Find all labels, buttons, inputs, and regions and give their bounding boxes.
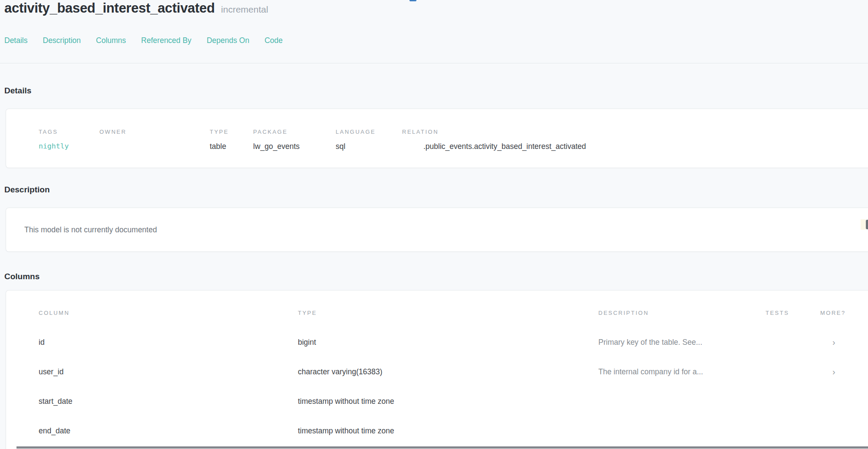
field-owner-label: OWNER	[99, 129, 210, 135]
cell-column-type: bigint	[298, 338, 598, 347]
header-more: MORE?	[820, 310, 868, 316]
horizontal-scrollbar[interactable]	[17, 446, 868, 449]
tab-referenced-by[interactable]: Referenced By	[141, 36, 191, 45]
page-title: activity_based_interest_activated increm…	[4, 0, 268, 16]
cell-column-name: start_date	[39, 397, 298, 406]
field-type-value: table	[210, 142, 253, 151]
tab-details[interactable]: Details	[4, 36, 28, 45]
chevron-right-icon[interactable]: ›	[820, 367, 868, 377]
description-text: This model is not currently documented	[6, 208, 868, 251]
field-language-value: sql	[336, 142, 402, 151]
cell-column-description: Primary key of the table. See...	[598, 338, 766, 347]
field-language-label: LANGUAGE	[336, 129, 402, 135]
field-package: PACKAGE lw_go_events	[253, 129, 336, 151]
field-package-label: PACKAGE	[253, 129, 336, 135]
chevron-right-icon[interactable]: ›	[820, 337, 868, 347]
cell-column-name: end_date	[39, 426, 298, 436]
table-row-end-date[interactable]: end_date timestamp without time zone	[39, 416, 868, 446]
header-divider	[0, 63, 868, 63]
description-card: This model is not currently documented	[6, 208, 868, 252]
section-nav: Details Description Columns Referenced B…	[4, 36, 283, 45]
clipped-link-fragment	[409, 0, 416, 1]
details-heading: Details	[4, 86, 31, 96]
header-tests: TESTS	[766, 310, 820, 316]
columns-heading: Columns	[4, 272, 40, 281]
field-tags-label: TAGS	[39, 129, 99, 135]
header-column: COLUMN	[39, 310, 298, 316]
materialization-badge: incremental	[221, 4, 268, 14]
model-docs-page: activity_based_interest_activated increm…	[0, 0, 868, 449]
tab-columns[interactable]: Columns	[96, 36, 126, 45]
cell-column-description: The internal company id for a...	[598, 367, 766, 376]
cell-column-type: character varying(16383)	[298, 367, 598, 376]
details-card: TAGS nightly OWNER TYPE table PACKAGE lw…	[6, 109, 868, 168]
field-tags: TAGS nightly	[39, 129, 99, 151]
columns-table: COLUMN TYPE DESCRIPTION TESTS MORE? id b…	[6, 291, 868, 446]
tab-code[interactable]: Code	[264, 36, 283, 45]
field-type-label: TYPE	[210, 129, 253, 135]
cell-column-type: timestamp without time zone	[298, 397, 598, 406]
header-description: DESCRIPTION	[598, 310, 766, 316]
table-row-start-date[interactable]: start_date timestamp without time zone	[39, 386, 868, 416]
cell-column-type: timestamp without time zone	[298, 426, 598, 436]
tab-description[interactable]: Description	[43, 36, 81, 45]
field-owner-value	[99, 142, 210, 151]
model-name: activity_based_interest_activated	[4, 0, 215, 16]
details-fields: TAGS nightly OWNER TYPE table PACKAGE lw…	[6, 109, 868, 151]
table-row-id[interactable]: id bigint Primary key of the table. See.…	[39, 327, 868, 357]
field-type: TYPE table	[210, 129, 253, 151]
field-relation-label: RELATION	[402, 129, 868, 135]
description-heading: Description	[4, 185, 50, 195]
columns-card: COLUMN TYPE DESCRIPTION TESTS MORE? id b…	[6, 290, 868, 449]
tag-link[interactable]: nightly	[39, 142, 99, 151]
edge-button-fragment[interactable]	[866, 220, 868, 229]
tab-depends-on[interactable]: Depends On	[207, 36, 249, 45]
columns-table-header: COLUMN TYPE DESCRIPTION TESTS MORE?	[39, 310, 868, 316]
field-language: LANGUAGE sql	[336, 129, 402, 151]
clipped-edge-widget	[861, 219, 868, 230]
field-package-value: lw_go_events	[253, 142, 336, 151]
field-relation-value: .public_events.activity_based_interest_a…	[402, 142, 868, 151]
cell-column-name: id	[39, 338, 298, 347]
field-relation: RELATION .public_events.activity_based_i…	[402, 129, 868, 151]
header-type: TYPE	[298, 310, 598, 316]
edge-highlight	[861, 219, 866, 230]
field-owner: OWNER	[99, 129, 210, 151]
table-row-user-id[interactable]: user_id character varying(16383) The int…	[39, 357, 868, 386]
cell-column-name: user_id	[39, 367, 298, 376]
